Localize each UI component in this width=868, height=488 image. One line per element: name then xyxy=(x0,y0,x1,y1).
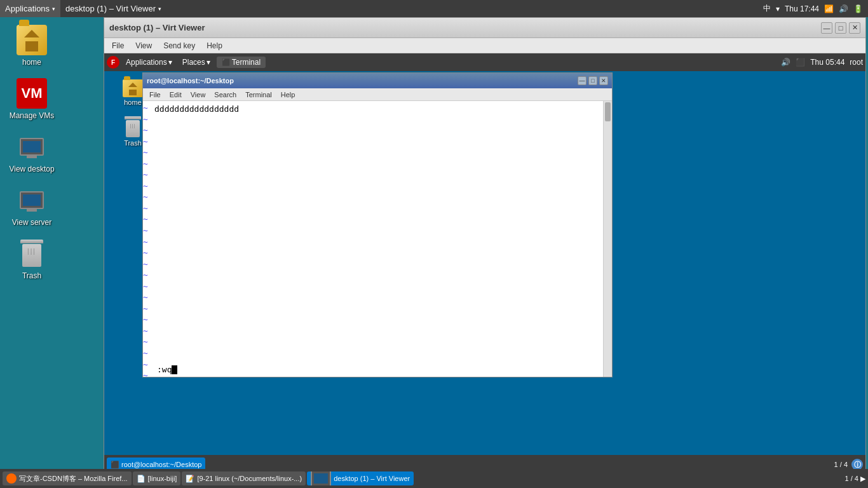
inner-terminal-window: root@localhost:~/Desktop — □ ✕ File Edit xyxy=(142,72,613,377)
house-roof xyxy=(24,30,39,37)
inner-terminal-close[interactable]: ✕ xyxy=(599,76,608,85)
taskbar-virt-icon xyxy=(311,471,331,485)
inner-terminal-content[interactable]: ddddddddddddddddd :wq xyxy=(152,101,603,377)
trash-body xyxy=(22,244,41,267)
inner-terminal-menu-edit[interactable]: Edit xyxy=(166,90,186,99)
home-icon-label: home xyxy=(22,58,41,67)
inner-terminal-menu-terminal[interactable]: Terminal xyxy=(241,90,276,99)
outer-taskbar: Applications ▾ desktop (1) – Virt Viewer… xyxy=(0,0,868,17)
virt-menu-view[interactable]: View xyxy=(130,40,157,51)
outer-desktop-icons: home VM Manage VMs View desktop xyxy=(6,22,57,283)
inner-page-info-text: 1 / 4 xyxy=(834,461,848,468)
outer-page-info: 1 / 4 ▶ xyxy=(845,475,865,483)
outer-view-server-icon[interactable]: View server xyxy=(6,182,57,229)
inner-terminal-tab[interactable]: ⬛ Terminal xyxy=(217,57,266,68)
virt-content[interactable]: F Applications ▾ Places ▾ ⬛ Terminal 🔊 xyxy=(104,53,865,474)
virt-menubar: File View Send key Help xyxy=(104,38,865,53)
inner-taskbar-logo: F xyxy=(107,56,119,69)
inner-terminal-menu-file[interactable]: File xyxy=(146,90,165,99)
virt-viewer-window: desktop (1) – Virt Viewer — □ ✕ File Vie… xyxy=(104,17,866,475)
inner-monitor-icon: ⬛ xyxy=(796,58,805,67)
inner-terminal-minimize[interactable]: — xyxy=(578,76,587,85)
view-desktop-image xyxy=(17,132,47,162)
taskbar-linux-docs-label: [9-21 linux (~/Documents/linux-...) xyxy=(197,475,302,482)
inner-trash-body xyxy=(126,120,140,137)
virt-minimize-button[interactable]: — xyxy=(821,22,832,34)
terminal-scrollbar[interactable] xyxy=(603,101,612,377)
inner-app-arrow: ▾ xyxy=(168,58,172,67)
inner-home-roof xyxy=(128,83,137,87)
inner-places-menu[interactable]: Places ▾ xyxy=(179,57,214,68)
inner-terminal-menu-help[interactable]: Help xyxy=(277,90,299,99)
inner-terminal-title: root@localhost:~/Desktop xyxy=(147,77,234,85)
inner-applications-menu[interactable]: Applications ▾ xyxy=(122,57,176,68)
outer-taskbar-right: 中 ▾ Thu 17:44 📶 🔊 🔋 xyxy=(763,3,868,14)
inner-desktop-area: home Trash xyxy=(104,71,865,455)
inner-clock: Thu 05:44 xyxy=(810,58,844,67)
outer-home-icon[interactable]: home xyxy=(6,22,57,69)
terminal-tilde-margin: ~~~~~~~~~~~~~~~~~~~~~~~~~~~~ xyxy=(143,101,152,377)
applications-arrow: ▾ xyxy=(52,6,55,12)
view-server-label: View server xyxy=(12,218,51,227)
outer-manage-vms-icon[interactable]: VM Manage VMs xyxy=(6,76,57,123)
inner-trash-lid xyxy=(125,116,141,119)
inner-terminal-titlebar: root@localhost:~/Desktop — □ ✕ xyxy=(143,73,612,88)
inner-home-body xyxy=(129,90,137,95)
outer-applications-menu[interactable]: Applications ▾ xyxy=(0,0,60,17)
battery-icon: 🔋 xyxy=(853,4,863,13)
inner-terminal-menubar: File Edit View Search Terminal Help xyxy=(143,88,612,101)
inner-terminal-menu-search[interactable]: Search xyxy=(210,90,240,99)
inner-user: root xyxy=(850,58,863,67)
inner-terminal-maximize[interactable]: □ xyxy=(588,76,597,85)
inner-applications-label: Applications xyxy=(126,58,167,67)
taskbar-linux-biji-label: [linux-biji] xyxy=(148,475,177,482)
inner-vm-taskbar: F Applications ▾ Places ▾ ⬛ Terminal 🔊 xyxy=(104,53,865,71)
outer-taskbar-page-info: 1 / 4 ▶ xyxy=(845,475,865,483)
trash-label: Trash xyxy=(22,271,41,280)
monitor-shape xyxy=(17,132,47,162)
inner-places-label: Places xyxy=(182,58,205,67)
inner-trash-shape xyxy=(124,116,142,138)
inner-vm-desktop: F Applications ▾ Places ▾ ⬛ Terminal 🔊 xyxy=(104,53,865,474)
taskbar-linux-biji-btn[interactable]: 📄 [linux-biji] xyxy=(133,471,181,485)
house-body xyxy=(25,41,38,51)
inner-trash-label: Trash xyxy=(124,139,142,147)
tilde-lines-container: ~~~~~~~~~~~~~~~~~~~~~~~~~~~~ xyxy=(143,102,152,377)
outer-trash-icon[interactable]: Trash xyxy=(6,236,57,283)
outer-view-desktop-icon[interactable]: View desktop xyxy=(6,129,57,176)
inner-terminal-controls: — □ ✕ xyxy=(578,76,608,85)
scrollbar-thumb[interactable] xyxy=(605,102,611,121)
clock: Thu 17:44 xyxy=(785,4,819,13)
taskbar-virt-viewer-btn[interactable]: desktop (1) – Virt Viewer xyxy=(307,471,414,485)
taskbar-arrow: ▾ xyxy=(776,4,780,13)
terminal-command-text: :wq xyxy=(157,365,172,374)
inner-taskbar-right: 🔊 ⬛ Thu 05:44 root xyxy=(781,58,863,67)
virt-close-button[interactable]: ✕ xyxy=(849,22,860,34)
trash-image xyxy=(17,238,47,269)
inner-terminal-tab-label: Terminal xyxy=(232,58,261,67)
taskbar-virt-viewer-label: desktop (1) – Virt Viewer xyxy=(334,475,410,482)
virt-menu-send-key[interactable]: Send key xyxy=(158,40,200,51)
inner-terminal-tab-icon: ⬛ xyxy=(222,58,231,67)
firefox-icon xyxy=(6,473,17,484)
input-method-indicator: 中 xyxy=(763,3,771,14)
outer-applications-label: Applications xyxy=(5,4,50,13)
virt-window-controls: — □ ✕ xyxy=(821,22,860,34)
view-desktop-label: View desktop xyxy=(9,165,54,173)
taskbar-linux-docs-btn[interactable]: 📝 [9-21 linux (~/Documents/linux-...) xyxy=(182,471,306,485)
manage-vms-image: VM xyxy=(17,78,47,109)
terminal-command-line: :wq xyxy=(157,365,177,374)
taskbar-firefox-btn[interactable]: 写文章-CSDN博客 – Mozilla Firef... xyxy=(3,471,132,485)
inner-home-label: home xyxy=(124,98,142,106)
virt-maximize-button[interactable]: □ xyxy=(835,22,846,34)
home-folder-shape xyxy=(17,25,47,55)
wifi-icon: 📶 xyxy=(824,4,834,13)
virt-menu-help[interactable]: Help xyxy=(201,40,227,51)
inner-terminal-menu-view[interactable]: View xyxy=(187,90,210,99)
outer-bottom-taskbar: 写文章-CSDN博客 – Mozilla Firef... 📄 [linux-b… xyxy=(0,469,868,488)
outer-window-title[interactable]: desktop (1) – Virt Viewer ▾ xyxy=(60,0,166,17)
inner-terminal-taskbar-icon: ⬛ xyxy=(111,461,119,469)
virt-titlebar: desktop (1) – Virt Viewer — □ ✕ xyxy=(104,18,865,38)
terminal-output-line: ddddddddddddddddd xyxy=(154,104,600,115)
virt-menu-file[interactable]: File xyxy=(107,40,129,51)
